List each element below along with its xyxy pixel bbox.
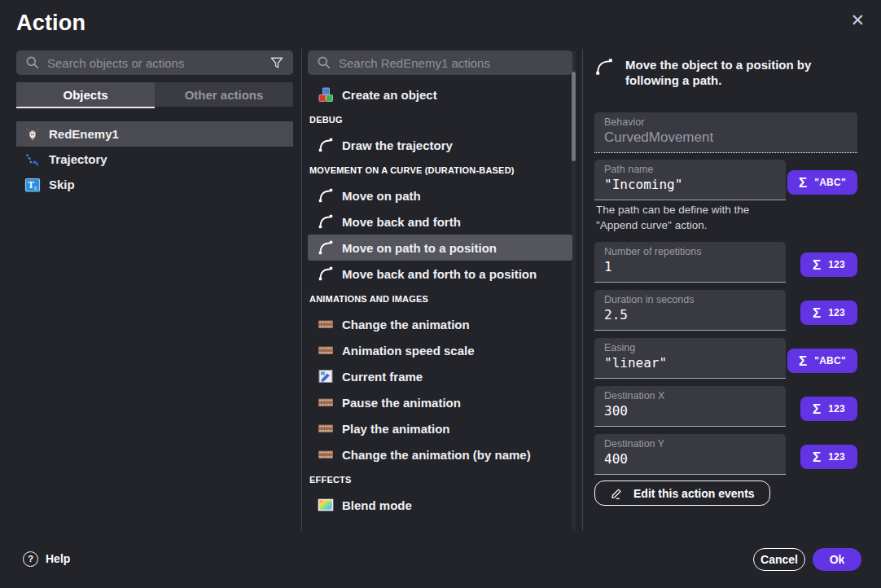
help-button[interactable]: ? Help [23,549,70,568]
search-icon [24,55,41,71]
action-section-header: MOVEMENT ON A CURVE (DURATION-BASED) [308,158,572,182]
objects-search-box[interactable] [16,50,293,75]
sigma-icon: Σ [813,258,821,272]
action-item-move-back-forth-to-position[interactable]: Move back and forth to a position [308,261,572,287]
pencil-icon [610,486,624,500]
film-icon [318,394,334,410]
action-item-blend-mode[interactable]: Blend mode [308,492,572,518]
action-item-move-on-path-to-position[interactable]: Move on path to a position [308,235,572,261]
action-section-header: DEBUG [308,108,572,132]
film-icon [318,342,334,358]
curve-icon [594,57,614,77]
film-icon [318,316,334,332]
curve-icon [318,213,334,230]
action-description: Move the object to a position by followi… [594,57,855,88]
action-item-pause-animation[interactable]: Pause the animation [308,389,572,415]
action-item-current-frame[interactable]: Current frame [308,363,572,389]
actions-list: Create an object DEBUG Draw the trajecto… [308,81,572,518]
tab-other-actions[interactable]: Other actions [155,82,293,107]
action-item-move-back-forth[interactable]: Move back and forth [308,208,572,235]
action-item-draw-trajectory[interactable]: Draw the trajectory [308,132,572,158]
action-details-panel: Move the object to a position by followi… [594,50,857,515]
object-label: RedEnemy1 [49,127,119,141]
expression-editor-123-button[interactable]: Σ 123 [800,252,857,277]
curve-icon [318,239,334,256]
ok-button[interactable]: Ok [813,548,861,571]
filter-icon[interactable] [269,55,285,71]
trajectory-path-icon [24,151,41,168]
actions-search-input[interactable] [339,56,564,70]
edit-action-events-button[interactable]: Edit this action events [594,480,770,506]
sigma-icon: Σ [799,354,807,368]
action-item-play-animation[interactable]: Play the animation [308,415,572,441]
cancel-button[interactable]: Cancel [753,548,805,571]
red-enemy-sprite-icon [24,126,41,143]
text-object-icon: T x [24,177,41,193]
actions-search-box[interactable] [308,50,572,75]
field-helper-text: The path can be define with the "Append … [596,202,800,233]
curve-icon [318,137,334,153]
object-row-trajectory[interactable]: Trajectory [16,147,293,172]
field-easing[interactable]: Easing "linear" [594,338,786,379]
expression-editor-123-button[interactable]: Σ 123 [800,301,857,325]
curve-icon [318,187,334,204]
dialog-title: Action [16,11,85,36]
field-path-name[interactable]: Path name "Incoming" [594,160,786,200]
expression-editor-abc-button[interactable]: Σ "ABC" [787,170,857,195]
svg-text:x: x [34,184,37,191]
search-icon [316,55,332,71]
object-label: Skip [49,178,75,191]
objects-tabs: Objects Other actions [16,82,293,107]
expression-editor-123-button[interactable]: Σ 123 [800,397,857,421]
object-row-skip[interactable]: T x Skip [16,172,293,197]
actions-panel: Create an object DEBUG Draw the trajecto… [308,50,572,518]
sigma-icon: Σ [813,450,821,464]
tab-objects[interactable]: Objects [16,82,155,107]
expression-editor-123-button[interactable]: Σ 123 [800,445,857,469]
panel-divider [582,49,583,531]
field-number-of-repetitions[interactable]: Number of repetitions 1 [594,242,786,283]
curve-icon [318,265,334,282]
panel-divider [301,49,302,531]
object-row-redenemy1[interactable]: RedEnemy1 [16,121,293,147]
action-item-change-animation[interactable]: Change the animation [308,311,572,337]
film-icon [318,420,334,437]
action-description-text: Move the object to a position by followi… [625,57,855,88]
close-icon[interactable]: ✕ [850,11,865,29]
object-label: Trajectory [49,152,107,166]
create-object-icon [318,86,334,103]
help-icon: ? [23,551,38,567]
frame-edit-icon [318,368,334,384]
action-item-create-object[interactable]: Create an object [308,81,572,108]
action-item-animation-speed-scale[interactable]: Animation speed scale [308,337,572,363]
field-destination-y[interactable]: Destination Y 400 [594,434,786,475]
field-behavior: Behavior CurvedMovement [594,112,857,153]
action-item-move-on-path[interactable]: Move on path [308,182,572,208]
objects-search-input[interactable] [47,56,262,70]
field-duration-seconds[interactable]: Duration in seconds 2.5 [594,290,786,331]
sigma-icon: Σ [799,176,807,190]
expression-editor-abc-button[interactable]: Σ "ABC" [787,349,857,373]
blend-mode-icon [318,497,334,513]
action-section-header: EFFECTS [308,467,572,492]
field-destination-x[interactable]: Destination X 300 [594,386,786,427]
sigma-icon: Σ [813,306,821,320]
objects-panel: Objects Other actions RedEnemy1 [16,50,293,197]
film-icon [318,446,334,463]
sigma-icon: Σ [813,402,821,416]
objects-list: RedEnemy1 Trajectory T x Skip [16,121,293,197]
action-item-change-animation-by-name[interactable]: Change the animation (by name) [308,441,572,467]
action-section-header: ANIMATIONS AND IMAGES [308,287,572,311]
